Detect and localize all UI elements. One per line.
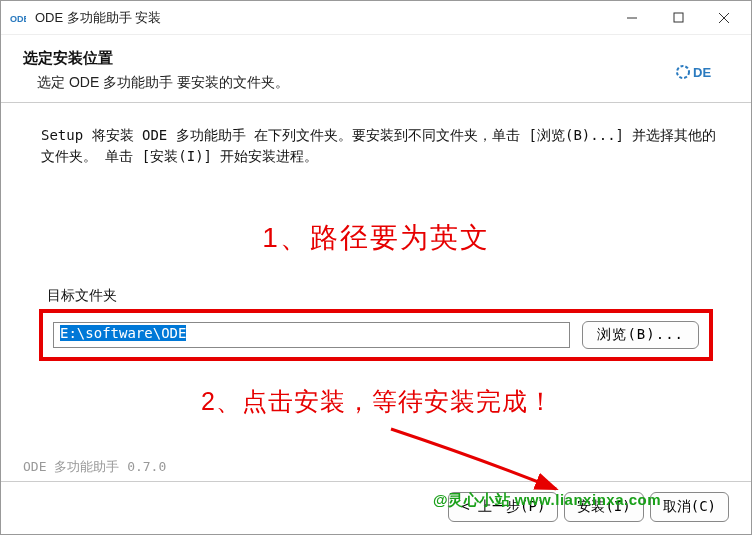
annotation-note-1: 1、路径要为英文: [1, 219, 751, 257]
version-text: ODE 多功能助手 0.7.0: [23, 458, 166, 476]
header-subtitle: 选定 ODE 多功能助手 要安装的文件夹。: [23, 74, 729, 92]
ode-logo-icon: DE: [675, 63, 721, 81]
footer-divider: [1, 481, 751, 482]
app-icon: ODE: [9, 9, 27, 27]
annotation-arrow-icon: [381, 419, 581, 499]
header-title: 选定安装位置: [23, 49, 729, 68]
minimize-button[interactable]: [609, 3, 655, 33]
svg-rect-2: [674, 13, 683, 22]
footer-buttons: < 上一步(P) 安装(I) 取消(C): [448, 492, 729, 522]
header-section: 选定安装位置 选定 ODE 多功能助手 要安装的文件夹。 DE: [1, 35, 751, 103]
installer-window: ODE ODE 多功能助手 安装 选定安装位置 选定 ODE 多功能助手 要安装…: [0, 0, 752, 535]
window-controls: [609, 3, 747, 33]
annotation-note-2: 2、点击安装，等待安装完成！: [1, 385, 751, 418]
maximize-button[interactable]: [655, 3, 701, 33]
close-button[interactable]: [701, 3, 747, 33]
install-path-value: E:\software\ODE: [60, 325, 186, 341]
install-path-input[interactable]: E:\software\ODE: [53, 322, 570, 348]
back-button[interactable]: < 上一步(P): [448, 492, 558, 522]
window-title: ODE 多功能助手 安装: [35, 9, 609, 27]
browse-button[interactable]: 浏览(B)...: [582, 321, 699, 349]
cancel-button[interactable]: 取消(C): [650, 492, 729, 522]
svg-point-5: [677, 66, 689, 78]
install-button[interactable]: 安装(I): [564, 492, 643, 522]
titlebar: ODE ODE 多功能助手 安装: [1, 1, 751, 35]
svg-text:ODE: ODE: [10, 14, 26, 24]
setup-instructions: Setup 将安装 ODE 多功能助手 在下列文件夹。要安装到不同文件夹，单击 …: [41, 125, 725, 167]
svg-text:DE: DE: [693, 65, 711, 80]
content-area: Setup 将安装 ODE 多功能助手 在下列文件夹。要安装到不同文件夹，单击 …: [1, 103, 751, 175]
destination-section: 目标文件夹 E:\software\ODE 浏览(B)...: [1, 287, 751, 361]
destination-row: E:\software\ODE 浏览(B)...: [39, 309, 713, 361]
destination-label: 目标文件夹: [39, 287, 713, 305]
